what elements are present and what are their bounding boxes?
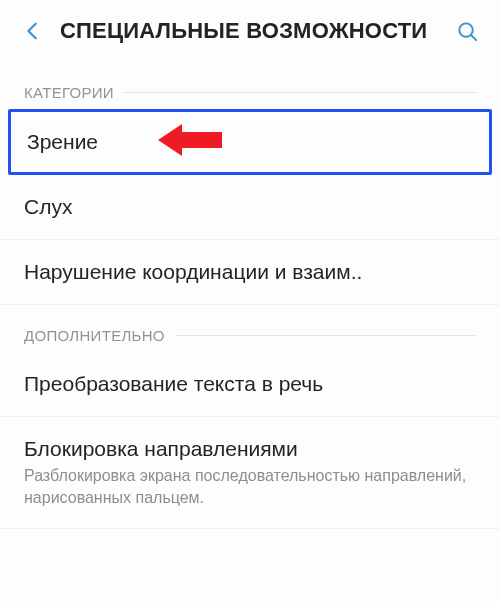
divider [175, 335, 476, 336]
list-item-dexterity[interactable]: Нарушение координации и взаим.. [0, 240, 500, 305]
item-subtitle: Разблокировка экрана последовательностью… [24, 465, 476, 508]
section-header-categories: КАТЕГОРИИ [0, 62, 500, 109]
section-label: ДОПОЛНИТЕЛЬНО [24, 327, 165, 344]
list-item-tts[interactable]: Преобразование текста в речь [0, 352, 500, 417]
list-item-hearing[interactable]: Слух [0, 175, 500, 240]
divider [124, 92, 476, 93]
svg-line-1 [470, 34, 475, 39]
search-icon [456, 20, 479, 43]
back-button[interactable] [12, 10, 54, 52]
list-item-vision[interactable]: Зрение [8, 109, 492, 175]
chevron-left-icon [22, 20, 44, 42]
search-button[interactable] [446, 10, 488, 52]
list-item-direction-lock[interactable]: Блокировка направлениями Разблокировка э… [0, 417, 500, 529]
svg-marker-2 [158, 124, 222, 156]
item-title: Слух [24, 195, 476, 219]
item-title: Преобразование текста в речь [24, 372, 476, 396]
pointer-arrow-icon [158, 122, 222, 162]
section-label: КАТЕГОРИИ [24, 84, 114, 101]
app-header: СПЕЦИАЛЬНЫЕ ВОЗМОЖНОСТИ [0, 0, 500, 62]
item-title: Блокировка направлениями [24, 437, 476, 461]
item-title: Зрение [27, 130, 473, 154]
item-title: Нарушение координации и взаим.. [24, 260, 476, 284]
section-header-extra: ДОПОЛНИТЕЛЬНО [0, 305, 500, 352]
page-title: СПЕЦИАЛЬНЫЕ ВОЗМОЖНОСТИ [54, 18, 446, 44]
